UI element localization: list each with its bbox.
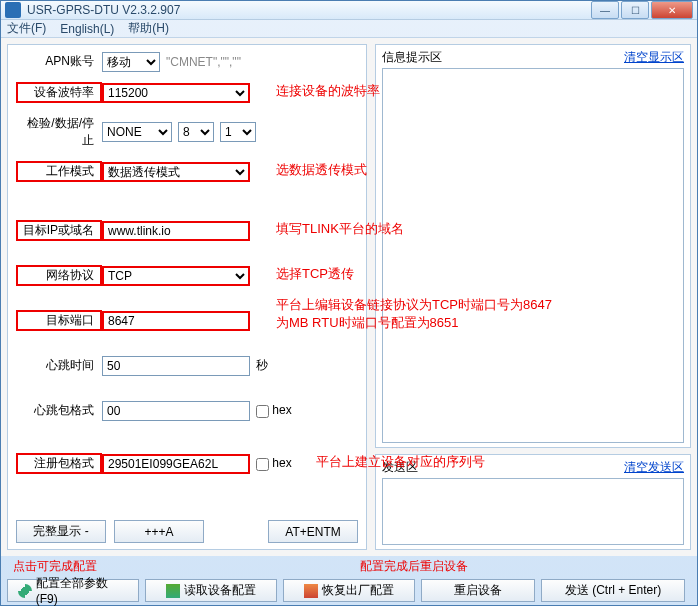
after-note: 配置完成后重启设备	[360, 559, 468, 573]
mode-note: 选数据透传模式	[276, 161, 367, 179]
info-header: 信息提示区 清空显示区	[382, 49, 684, 66]
hb-unit: 秒	[256, 357, 268, 374]
gear-icon	[18, 584, 32, 598]
row-hb: 心跳时间 秒	[16, 355, 358, 376]
click-note: 点击可完成配置	[13, 559, 97, 573]
baud-select[interactable]: 115200	[102, 83, 250, 103]
check-stop[interactable]: 1	[220, 122, 256, 142]
check-data[interactable]: 8	[178, 122, 214, 142]
reg-hex[interactable]: hex	[256, 456, 292, 470]
right-column: 信息提示区 清空显示区 发送区 清空发送区	[375, 44, 691, 550]
port-input[interactable]	[102, 311, 250, 331]
minimize-button[interactable]: —	[591, 1, 619, 19]
ip-input[interactable]	[102, 221, 250, 241]
close-button[interactable]: ✕	[651, 1, 693, 19]
atentm-button[interactable]: AT+ENTM	[268, 520, 358, 543]
maximize-button[interactable]: ☐	[621, 1, 649, 19]
send-textarea[interactable]	[382, 478, 684, 545]
baud-note: 连接设备的波特率	[276, 82, 380, 100]
menubar: 文件(F) English(L) 帮助(H)	[1, 20, 697, 38]
port-label: 目标端口	[16, 310, 102, 331]
row-check: 检验/数据/停止 NONE 8 1	[16, 113, 358, 151]
row-mode: 工作模式 数据透传模式 选数据透传模式	[16, 161, 358, 182]
clear-info-link[interactable]: 清空显示区	[624, 49, 684, 66]
row-apn: APN账号 移动 "CMNET","",""	[16, 51, 358, 72]
hb-input[interactable]	[102, 356, 250, 376]
window-title: USR-GPRS-DTU V2.3.2.907	[27, 3, 591, 17]
titlebar[interactable]: USR-GPRS-DTU V2.3.2.907 — ☐ ✕	[1, 1, 697, 20]
reg-input[interactable]	[102, 454, 250, 474]
info-title: 信息提示区	[382, 49, 442, 66]
hb-label: 心跳时间	[16, 355, 102, 376]
hbpkt-label: 心跳包格式	[16, 400, 102, 421]
hbpkt-hex[interactable]: hex	[256, 403, 292, 417]
info-textarea[interactable]	[382, 68, 684, 443]
send-title: 发送区	[382, 459, 418, 476]
send-group: 发送区 清空发送区	[375, 454, 691, 550]
check-parity[interactable]: NONE	[102, 122, 172, 142]
row-ip: 目标IP或域名 填写TLINK平台的域名	[16, 220, 358, 241]
left-column: APN账号 移动 "CMNET","","" 设备波特率 115200 连接设备…	[7, 44, 367, 550]
proto-select[interactable]: TCP	[102, 266, 250, 286]
readcfg-button[interactable]: 读取设备配置	[145, 579, 277, 602]
app-icon	[5, 2, 21, 18]
reboot-button[interactable]: 重启设备	[421, 579, 535, 602]
restore-button[interactable]: 恢复出厂配置	[283, 579, 415, 602]
plusa-button[interactable]: +++A	[114, 520, 204, 543]
apn-label: APN账号	[16, 51, 102, 72]
menu-english[interactable]: English(L)	[60, 22, 114, 36]
check-label: 检验/数据/停止	[16, 113, 102, 151]
row-proto: 网络协议 TCP 选择TCP透传	[16, 265, 358, 286]
mode-select[interactable]: 数据透传模式	[102, 162, 250, 182]
mode-label: 工作模式	[16, 161, 102, 182]
proto-label: 网络协议	[16, 265, 102, 286]
menu-file[interactable]: 文件(F)	[7, 20, 46, 37]
ip-label: 目标IP或域名	[16, 220, 102, 241]
panel-buttons: 完整显示 - +++A AT+ENTM	[16, 514, 358, 543]
row-reg: 注册包格式 hex 平台上建立设备对应的序列号	[16, 453, 358, 474]
config-panel: APN账号 移动 "CMNET","","" 设备波特率 115200 连接设备…	[7, 44, 367, 550]
reg-label: 注册包格式	[16, 453, 102, 474]
hbpkt-input[interactable]	[102, 401, 250, 421]
restore-icon	[304, 584, 318, 598]
read-icon	[166, 584, 180, 598]
window: USR-GPRS-DTU V2.3.2.907 — ☐ ✕ 文件(F) Engl…	[0, 0, 698, 606]
window-buttons: — ☐ ✕	[591, 1, 693, 19]
row-port: 目标端口 平台上编辑设备链接协议为TCP时端口号为8647 为MB RTU时端口…	[16, 310, 358, 331]
body: APN账号 移动 "CMNET","","" 设备波特率 115200 连接设备…	[1, 38, 697, 556]
baud-label: 设备波特率	[16, 82, 102, 103]
cfgall-button[interactable]: 配置全部参数(F9)	[7, 579, 139, 602]
apn-select[interactable]: 移动	[102, 52, 160, 72]
send-button[interactable]: 发送 (Ctrl + Enter)	[541, 579, 685, 602]
clear-send-link[interactable]: 清空发送区	[624, 459, 684, 476]
menu-help[interactable]: 帮助(H)	[128, 20, 169, 37]
info-group: 信息提示区 清空显示区	[375, 44, 691, 448]
showall-button[interactable]: 完整显示 -	[16, 520, 106, 543]
row-hbpkt: 心跳包格式 hex	[16, 400, 358, 421]
row-baud: 设备波特率 115200 连接设备的波特率	[16, 82, 358, 103]
bottom-buttons: 配置全部参数(F9) 读取设备配置 恢复出厂配置 重启设备 发送 (Ctrl +…	[1, 575, 697, 606]
send-header: 发送区 清空发送区	[382, 459, 684, 476]
proto-note: 选择TCP透传	[276, 265, 354, 283]
notes-row: 点击可完成配置 配置完成后重启设备	[1, 556, 697, 575]
apn-extra: "CMNET","",""	[166, 55, 241, 69]
